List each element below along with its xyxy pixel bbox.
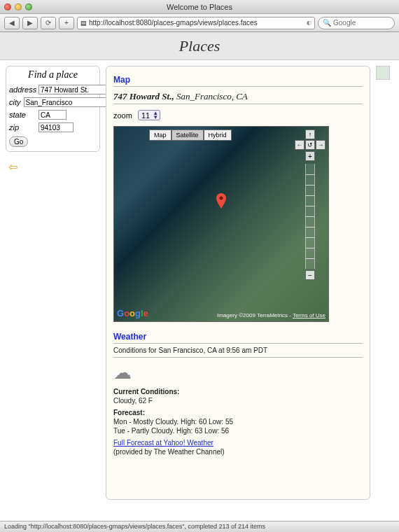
zoom-select[interactable]: 11 ▲▼ <box>138 110 160 120</box>
map-type-control: Map Satellite Hybrid <box>149 130 232 141</box>
map-canvas[interactable]: Map Satellite Hybrid ↑ ←↺→ + − <box>113 126 329 322</box>
map-type-hybrid[interactable]: Hybrid <box>204 130 232 141</box>
page-header: Places <box>0 32 399 60</box>
pan-right-button[interactable]: → <box>316 140 326 150</box>
sidebar: Find a place address city state zip Go ⇦ <box>6 66 100 517</box>
url-input[interactable] <box>89 19 307 27</box>
map-controls: ↑ ←↺→ + − <box>295 130 326 281</box>
weather-title: Weather <box>113 330 363 344</box>
right-column <box>376 66 393 517</box>
map-type-satellite[interactable]: Satellite <box>172 130 204 141</box>
page-icon: ▤ <box>80 20 87 27</box>
main: Map 747 Howard St., San_Francisco, CA zo… <box>106 66 370 517</box>
reload-button[interactable]: ⟳ <box>41 17 56 29</box>
map-credit: Imagery ©2009 TerraMetrics - Terms of Us… <box>217 312 326 318</box>
map-address: 747 Howard St., San_Francisco, CA <box>113 90 363 104</box>
search-input[interactable] <box>333 19 390 27</box>
title-bar: Welcome to Places <box>0 0 399 14</box>
main-panel: Map 747 Howard St., San_Francisco, CA zo… <box>106 66 370 500</box>
zoom-value: 11 <box>140 111 151 120</box>
zoom-row: zoom 11 ▲▼ <box>113 110 363 120</box>
terms-link[interactable]: Terms of Use <box>293 312 326 318</box>
pan-left-button[interactable]: ← <box>295 140 304 150</box>
map-type-map[interactable]: Map <box>149 130 172 141</box>
state-label: state <box>9 111 36 119</box>
current-cond-label: Current Conditions: <box>113 388 179 396</box>
pan-up-button[interactable]: ↑ <box>305 130 315 139</box>
full-forecast-link[interactable]: Full Forecast at Yahoo! Weather <box>113 439 214 447</box>
zoom-label: zoom <box>113 111 132 120</box>
stepper-icon[interactable]: ▲▼ <box>153 111 158 120</box>
city-label: city <box>9 98 21 106</box>
forecast-1: Mon - Mostly Cloudy. High: 60 Low: 55 <box>113 418 363 426</box>
content: Find a place address city state zip Go ⇦… <box>0 60 399 522</box>
rss-icon[interactable]: ◐ <box>307 20 312 26</box>
find-title: Find a place <box>6 66 99 83</box>
google-logo: Google <box>117 308 148 318</box>
search-icon: 🔍 <box>323 19 331 27</box>
forward-button[interactable]: ▶ <box>22 17 38 29</box>
search-bar[interactable]: 🔍 <box>318 17 395 29</box>
map-address-street: 747 Howard St., <box>113 91 174 102</box>
weather-conditions: Conditions for San Francisco, CA at 9:56… <box>113 346 363 358</box>
zip-label: zip <box>9 123 36 132</box>
weather-provider: (provided by The Weather Channel) <box>113 448 363 456</box>
thumbnail-icon[interactable] <box>376 66 390 80</box>
add-button[interactable]: + <box>59 17 74 29</box>
url-bar[interactable]: ▤ ◐ <box>77 17 315 29</box>
zoom-slider[interactable] <box>305 164 315 269</box>
address-label: address <box>9 85 36 94</box>
forecast-2: Tue - Partly Cloudy. High: 63 Low: 56 <box>113 427 363 435</box>
window-title: Welcome to Places <box>0 3 399 11</box>
forecast-label: Forecast: <box>113 409 145 416</box>
city-input[interactable] <box>24 97 117 107</box>
map-marker-icon[interactable] <box>216 193 226 209</box>
svg-point-0 <box>220 196 223 200</box>
zoom-out-button[interactable]: − <box>305 270 315 280</box>
map-section-title: Map <box>113 74 363 87</box>
page-title: Places <box>179 37 220 55</box>
back-arrow-icon[interactable]: ⇦ <box>6 158 100 176</box>
weather-section: Weather Conditions for San Francisco, CA… <box>113 330 363 456</box>
map-address-rest: San_Francisco, CA <box>174 91 248 102</box>
state-input[interactable] <box>38 110 66 120</box>
browser-toolbar: ◀ ▶ ⟳ + ▤ ◐ 🔍 <box>0 14 399 32</box>
go-button[interactable]: Go <box>9 136 28 147</box>
pan-center-button[interactable]: ↺ <box>305 140 315 150</box>
zip-input[interactable] <box>38 122 74 132</box>
find-place-panel: Find a place address city state zip Go <box>6 66 100 152</box>
status-bar: Loading "http://localhost:8080/places-gm… <box>0 521 399 532</box>
cloud-icon: ☁ <box>113 359 363 386</box>
current-cond-value: Cloudy, 62 F <box>113 397 363 405</box>
back-button[interactable]: ◀ <box>4 17 20 29</box>
zoom-in-button[interactable]: + <box>305 151 315 161</box>
